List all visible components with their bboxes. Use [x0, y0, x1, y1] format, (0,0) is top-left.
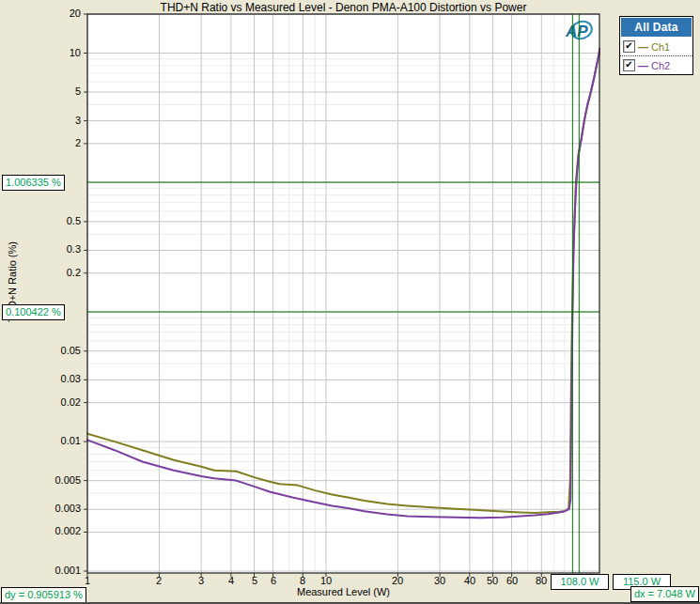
y-tick-label: 0.3 [36, 243, 81, 255]
legend-item-ch2[interactable]: ✔ — Ch2 [620, 55, 692, 74]
ch2-line-swatch: — [638, 60, 648, 71]
ch1-checkbox[interactable]: ✔ [623, 40, 635, 53]
y-tick-label: 0.002 [36, 525, 81, 536]
svg-text:AP: AP [565, 23, 588, 40]
y-tick-label: 0.005 [36, 474, 81, 486]
plot-background [87, 14, 599, 573]
y-tick-label: 0.02 [36, 396, 81, 408]
plot-area[interactable]: AP [0, 0, 700, 604]
legend-panel: All Data ✔ — Ch1 ✔ — Ch2 [619, 16, 693, 75]
y-tick-label: 0.03 [36, 373, 81, 384]
ch1-line-swatch: — [638, 41, 648, 53]
ap-analyzer-graph-window: THD+N Ratio vs Measured Level - Denon PM… [0, 0, 700, 604]
y-tick-label: 0.5 [36, 215, 81, 226]
x-tick-label: 6 [257, 575, 289, 586]
y-tick-label: 2 [36, 137, 81, 148]
y-tick-label: 0.01 [36, 435, 81, 446]
y-tick-label: 20 [36, 8, 81, 19]
ch2-label: Ch2 [651, 60, 670, 71]
x-tick-label: 30 [424, 575, 456, 586]
cursor-dy-readout: dy = 0.905913 % [1, 587, 86, 603]
y-tick-label: 10 [36, 47, 81, 58]
y-tick-label: 3 [36, 115, 81, 126]
y-tick-label: 0.05 [36, 345, 81, 356]
legend-header[interactable]: All Data [621, 18, 692, 37]
x-tick-label: 1 [71, 575, 103, 586]
cursor-dx-readout: dx = 7.048 W [630, 586, 699, 602]
x-tick-label: 20 [381, 575, 413, 586]
cursor-y2-readout[interactable]: 0.100422 % [2, 304, 65, 320]
cursor-y1-readout[interactable]: 1.006335 % [2, 175, 65, 191]
y-tick-label: 0.003 [36, 503, 81, 514]
y-tick-label: 5 [36, 85, 81, 97]
legend-item-ch1[interactable]: ✔ — Ch1 [620, 38, 692, 55]
ch2-checkbox[interactable]: ✔ [623, 59, 635, 71]
x-tick-label: 60 [496, 575, 528, 586]
x-tick-label: 10 [310, 575, 342, 586]
cursor-x1-readout[interactable]: 108.0 W [551, 574, 609, 590]
x-tick-label: 2 [143, 575, 175, 586]
x-axis-title: Measured Level (W) [87, 586, 599, 597]
x-tick-label: 3 [185, 575, 217, 586]
ch1-label: Ch1 [651, 41, 670, 53]
y-tick-label: 0.2 [36, 267, 81, 278]
